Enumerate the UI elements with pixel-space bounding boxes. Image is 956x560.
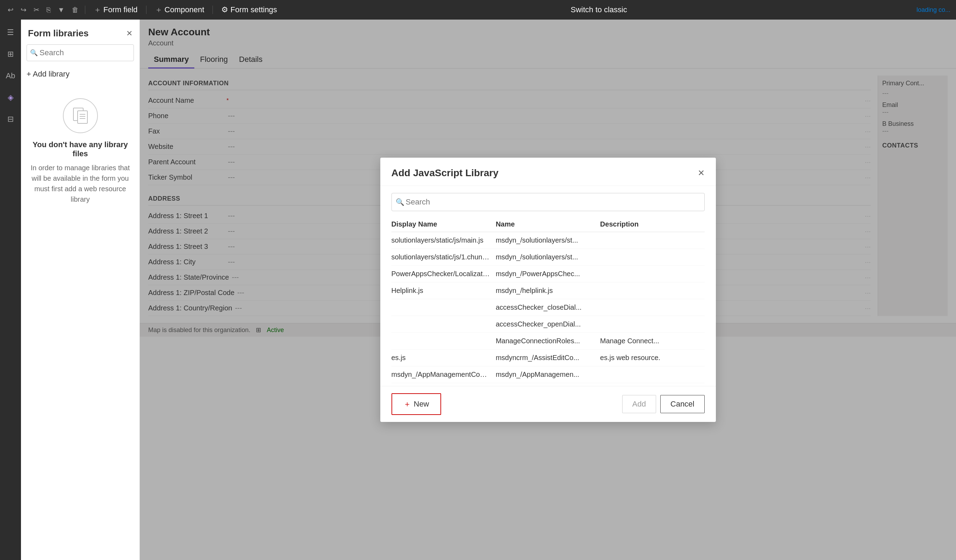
add-button[interactable]: Add	[622, 395, 656, 413]
table-row[interactable]: Helplink.js msdyn_/helplink.js	[392, 282, 705, 299]
modal-title: Add JavaScript Library	[392, 167, 499, 179]
panel-title: Form libraries	[28, 28, 88, 39]
cancel-button[interactable]: Cancel	[660, 395, 704, 413]
table-body: solutionlayers/static/js/main.js msdyn_/…	[392, 232, 705, 386]
new-button-label: New	[414, 400, 429, 409]
empty-state-icon	[63, 98, 98, 133]
search-icon: 🔍	[30, 49, 38, 57]
svg-rect-1	[78, 111, 87, 123]
nav-menu-icon[interactable]: ☰	[4, 25, 17, 40]
add-javascript-library-modal: Add JavaScript Library ✕ 🔍 Display Name …	[380, 158, 716, 422]
empty-state: You don't have any library files In orde…	[21, 84, 140, 219]
nav-components-icon[interactable]: ⊟	[5, 112, 16, 127]
col-description: Description	[600, 220, 705, 228]
delete-icon[interactable]: 🗑	[69, 4, 81, 16]
component-button[interactable]: ＋ Component	[151, 2, 209, 17]
col-display-name: Display Name	[392, 220, 496, 228]
component-label: Component	[165, 5, 204, 14]
table-row[interactable]: solutionlayers/static/js/1.chunk.js msdy…	[392, 249, 705, 266]
modal-search-input[interactable]	[392, 193, 705, 211]
dropdown-icon[interactable]: ▼	[56, 4, 67, 16]
plus-icon-2: ＋	[155, 5, 162, 15]
table-row[interactable]: accessChecker_closeDial...	[392, 299, 705, 316]
empty-state-desc: In order to manage libraries that will b…	[29, 162, 131, 204]
table-header: Display Name Name Description	[392, 217, 705, 232]
form-settings-button[interactable]: ⚙ Form settings	[217, 3, 281, 16]
settings-icon: ⚙	[221, 5, 228, 14]
library-search-container: 🔍	[27, 44, 134, 61]
modal-table: Display Name Name Description solutionla…	[392, 217, 705, 386]
left-nav: ☰ ⊞ Ab ◈ ⊟	[0, 20, 21, 560]
modal-backdrop[interactable]: Add JavaScript Library ✕ 🔍 Display Name …	[140, 20, 956, 560]
modal-footer: ＋ New Add Cancel	[380, 386, 716, 422]
cut-icon[interactable]: ✂	[31, 3, 42, 16]
form-settings-label: Form settings	[230, 5, 277, 14]
undo-icon[interactable]: ↩	[6, 3, 16, 16]
main-layout: ☰ ⊞ Ab ◈ ⊟ Form libraries ✕ 🔍 + Add libr…	[0, 20, 956, 560]
add-library-button[interactable]: + Add library	[21, 67, 140, 84]
table-row[interactable]: ManageConnectionRoles... Manage Connect.…	[392, 333, 705, 349]
separator-1	[85, 6, 85, 14]
table-row[interactable]: solutionlayers/static/js/main.js msdyn_/…	[392, 232, 705, 249]
nav-grid-icon[interactable]: ⊞	[5, 47, 16, 61]
redo-icon[interactable]: ↪	[19, 3, 29, 16]
table-row[interactable]: es.js msdyncrm_/AssistEditCo... es.js we…	[392, 349, 705, 367]
form-field-button[interactable]: ＋ Form field	[90, 2, 142, 17]
panel-header: Form libraries ✕	[21, 20, 140, 44]
panel-close-button[interactable]: ✕	[126, 29, 132, 38]
form-libraries-panel: Form libraries ✕ 🔍 + Add library You don…	[21, 20, 140, 560]
content-area: New Account Account Summary Flooring Det…	[140, 20, 956, 560]
modal-close-button[interactable]: ✕	[698, 168, 705, 178]
modal-search-icon: 🔍	[396, 198, 404, 206]
modal-header: Add JavaScript Library ✕	[380, 158, 716, 186]
new-plus-icon: ＋	[403, 399, 411, 409]
plus-icon: ＋	[94, 5, 101, 15]
nav-layers-icon[interactable]: ◈	[5, 90, 16, 105]
table-row[interactable]: msdyn_/AppManagementControl/libs/promise…	[392, 383, 705, 386]
table-row[interactable]: PowerAppsChecker/Localization/ResourceSt…	[392, 266, 705, 282]
separator-3	[212, 6, 213, 14]
toolbar: ↩ ↪ ✂ ⎘ ▼ 🗑 ＋ Form field ＋ Component ⚙ F…	[0, 0, 956, 20]
col-name: Name	[496, 220, 600, 228]
modal-footer-actions: Add Cancel	[622, 395, 705, 413]
separator-2	[146, 6, 146, 14]
copy-icon[interactable]: ⎘	[44, 4, 53, 16]
loading-indicator: loading co...	[917, 6, 950, 14]
modal-search-container: 🔍	[392, 193, 705, 211]
add-library-label: + Add library	[27, 69, 69, 79]
switch-classic-button[interactable]: Switch to classic	[567, 3, 631, 16]
empty-state-title: You don't have any library files	[29, 140, 131, 158]
nav-text-icon[interactable]: Ab	[3, 69, 18, 83]
table-row[interactable]: accessChecker_openDial...	[392, 316, 705, 333]
library-search-input[interactable]	[27, 44, 134, 61]
new-button[interactable]: ＋ New	[392, 393, 441, 415]
form-field-label: Form field	[104, 5, 138, 14]
table-row[interactable]: msdyn_/AppManagementControl/scripts/AppM…	[392, 367, 705, 383]
